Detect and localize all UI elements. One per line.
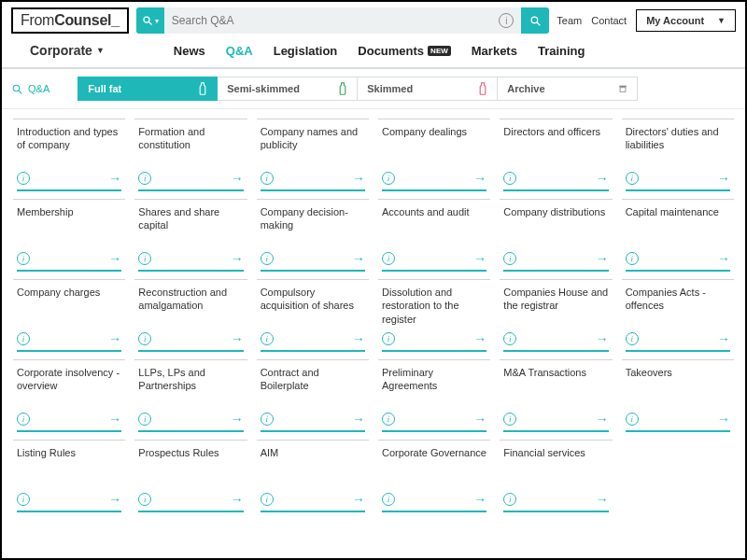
- topic-card[interactable]: Accounts and auditi→: [378, 199, 490, 272]
- breadcrumb[interactable]: Q&A: [11, 83, 49, 95]
- team-link[interactable]: Team: [557, 15, 582, 26]
- nav-item-qa[interactable]: Q&A: [226, 44, 253, 58]
- info-icon[interactable]: i: [382, 413, 395, 426]
- topic-card[interactable]: Introduction and types of companyi→: [13, 119, 125, 191]
- contact-link[interactable]: Contact: [591, 15, 627, 26]
- info-icon[interactable]: i: [261, 252, 274, 265]
- info-icon[interactable]: i: [626, 252, 639, 265]
- card-title: Capital maintenance: [626, 205, 730, 251]
- info-icon[interactable]: i: [503, 252, 516, 265]
- info-icon[interactable]: i: [261, 413, 274, 426]
- info-icon[interactable]: i: [17, 493, 30, 506]
- topic-card[interactable]: Preliminary Agreementsi→: [378, 359, 490, 432]
- nav-item-documents[interactable]: DocumentsNEW: [358, 44, 450, 58]
- logo[interactable]: FromCounsel_: [11, 7, 129, 34]
- topic-card[interactable]: Company decision-makingi→: [257, 199, 369, 272]
- tab-semi-skimmed[interactable]: Semi-skimmed: [218, 77, 358, 101]
- archive-icon: [618, 83, 627, 94]
- topic-card[interactable]: Directors' duties and liabilitiesi→: [622, 119, 734, 191]
- arrow-right-icon: →: [717, 251, 730, 266]
- tab-full-fat[interactable]: Full fat: [78, 77, 218, 101]
- info-icon[interactable]: i: [503, 493, 516, 506]
- card-underline: [261, 189, 365, 191]
- info-icon[interactable]: i: [261, 332, 274, 345]
- topic-card[interactable]: Contract and Boilerplatei→: [257, 359, 369, 432]
- info-icon[interactable]: i: [626, 413, 639, 426]
- info-icon[interactable]: i: [17, 172, 30, 185]
- topic-card[interactable]: Prospectus Rulesi→: [134, 440, 247, 512]
- topic-card[interactable]: Corporate Governancei→: [378, 440, 490, 512]
- nav-item-training[interactable]: Training: [538, 44, 585, 58]
- new-badge: NEW: [428, 46, 451, 56]
- info-icon[interactable]: i: [138, 252, 151, 265]
- info-icon[interactable]: i: [261, 172, 274, 185]
- card-underline: [17, 430, 121, 432]
- search-help-icon[interactable]: i: [499, 13, 514, 28]
- search-submit-button[interactable]: [521, 7, 549, 34]
- arrow-right-icon: →: [108, 492, 121, 507]
- topic-card[interactable]: Dissolution and restoration to the regis…: [378, 279, 490, 352]
- info-icon[interactable]: i: [138, 413, 151, 426]
- topic-card[interactable]: Reconstruction and amalgamationi→: [134, 279, 247, 352]
- topic-card[interactable]: Listing Rulesi→: [13, 440, 125, 512]
- info-icon[interactable]: i: [382, 332, 395, 345]
- search-input[interactable]: [164, 14, 500, 27]
- info-icon[interactable]: i: [138, 332, 151, 345]
- info-icon[interactable]: i: [261, 493, 274, 506]
- topic-card[interactable]: Company names and publicityi→: [257, 119, 369, 191]
- info-icon[interactable]: i: [17, 413, 30, 426]
- topic-card[interactable]: Companies Acts - offencesi→: [622, 279, 734, 352]
- nav-item-markets[interactable]: Markets: [472, 44, 517, 58]
- card-title: Company dealings: [382, 125, 486, 171]
- info-icon[interactable]: i: [382, 493, 395, 506]
- topic-card[interactable]: Takeoversi→: [622, 359, 734, 432]
- topic-card[interactable]: Shares and share capitali→: [134, 199, 247, 272]
- topic-card[interactable]: Capital maintenancei→: [622, 199, 734, 272]
- card-underline: [261, 430, 365, 432]
- info-icon[interactable]: i: [503, 413, 516, 426]
- info-icon[interactable]: i: [138, 493, 151, 506]
- card-title: Corporate Governance: [382, 446, 486, 492]
- topic-card[interactable]: Financial servicesi→: [500, 440, 612, 512]
- info-icon[interactable]: i: [503, 332, 516, 345]
- card-title: Membership: [17, 205, 121, 251]
- account-button[interactable]: My Account ▼: [636, 9, 736, 32]
- topic-card[interactable]: Company chargesi→: [13, 279, 125, 352]
- topic-card[interactable]: Company distributionsi→: [500, 199, 612, 272]
- arrow-right-icon: →: [231, 412, 244, 427]
- nav-item-news[interactable]: News: [174, 44, 205, 58]
- card-underline: [382, 350, 486, 352]
- card-title: Financial services: [503, 446, 608, 492]
- card-title: Introduction and types of company: [17, 125, 121, 171]
- topic-card[interactable]: M&A Transactionsi→: [500, 359, 612, 432]
- info-icon[interactable]: i: [17, 252, 30, 265]
- card-title: Reconstruction and amalgamation: [138, 286, 243, 331]
- search-scope-button[interactable]: ▾: [136, 7, 164, 34]
- search-icon: [142, 15, 153, 26]
- topic-card[interactable]: Membershipi→: [13, 199, 125, 272]
- topic-card[interactable]: Company dealingsi→: [378, 119, 490, 191]
- nav-primary-dropdown[interactable]: Corporate ▼: [30, 43, 105, 58]
- svg-rect-6: [619, 86, 627, 88]
- info-icon[interactable]: i: [626, 332, 639, 345]
- topic-card[interactable]: Compulsory acquisition of sharesi→: [257, 279, 369, 352]
- tab-skimmed[interactable]: Skimmed: [358, 77, 498, 101]
- topic-card[interactable]: AIMi→: [257, 440, 369, 512]
- topic-card[interactable]: Formation and constitutioni→: [134, 119, 247, 191]
- topic-card[interactable]: Companies House and the registrari→: [500, 279, 612, 352]
- nav-item-legislation[interactable]: Legislation: [274, 44, 338, 58]
- topic-card[interactable]: Directors and officersi→: [500, 119, 612, 191]
- info-icon[interactable]: i: [17, 332, 30, 345]
- info-icon[interactable]: i: [626, 172, 639, 185]
- card-title: Company decision-making: [261, 205, 365, 251]
- topic-card[interactable]: Corporate insolvency - overviewi→: [13, 359, 125, 432]
- nav-item-label: Training: [538, 44, 585, 58]
- tab-archive[interactable]: Archive: [498, 77, 638, 101]
- info-icon[interactable]: i: [382, 172, 395, 185]
- card-title: Contract and Boilerplate: [261, 366, 365, 412]
- logo-part2: Counsel: [54, 12, 111, 29]
- info-icon[interactable]: i: [138, 172, 151, 185]
- topic-card[interactable]: LLPs, LPs and Partnershipsi→: [134, 359, 247, 432]
- info-icon[interactable]: i: [382, 252, 395, 265]
- info-icon[interactable]: i: [503, 172, 516, 185]
